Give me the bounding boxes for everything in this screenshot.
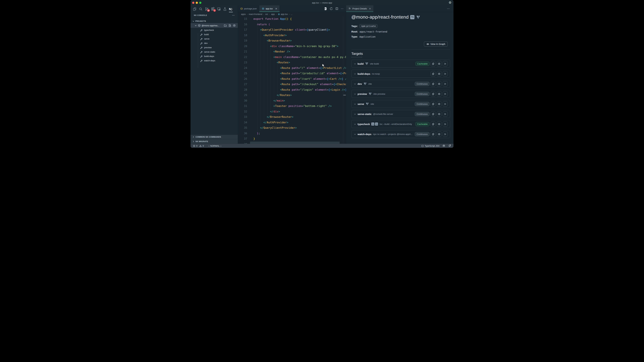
target-badge: Continuous xyxy=(415,132,430,136)
maximize-window-button[interactable] xyxy=(199,2,202,4)
target-tool-icon: TSTS xyxy=(371,122,378,125)
chevron-down-icon[interactable] xyxy=(354,113,356,115)
tree-item-watch-deps[interactable]: watch-deps xyxy=(190,58,238,63)
copilot-icon[interactable] xyxy=(442,144,446,147)
tab-project-details[interactable]: Project Details ✕ xyxy=(346,5,373,12)
breadcrumb-item--[interactable]: ... xyxy=(291,13,292,15)
extensions-badge: 1 xyxy=(213,9,216,12)
run-target-icon[interactable] xyxy=(443,101,448,107)
run-target-icon[interactable] xyxy=(443,61,448,66)
tree-item-preview[interactable]: preview xyxy=(190,45,238,50)
explorer-icon[interactable] xyxy=(192,6,197,12)
code-line-29: 29 </Routes> xyxy=(238,92,346,98)
section-nx-migrate[interactable]: NX MIGRATE xyxy=(190,139,238,144)
chevron-down-icon[interactable] xyxy=(354,73,356,75)
copy-icon[interactable] xyxy=(431,101,436,107)
copy-icon[interactable] xyxy=(431,61,436,66)
open-config-icon[interactable] xyxy=(228,24,231,27)
copy-icon[interactable] xyxy=(431,71,436,76)
tree-item-dev[interactable]: dev xyxy=(190,41,238,45)
settings-gear-icon[interactable]: ⚙ xyxy=(448,1,452,4)
copy-icon[interactable] xyxy=(431,121,436,127)
tab-app-tsx[interactable]: app.tsx ✕ xyxy=(259,5,280,12)
breadcrumb-item-apps[interactable]: apps xyxy=(241,13,246,15)
chevron-down-icon[interactable] xyxy=(354,103,356,105)
wrench-icon xyxy=(200,46,203,49)
view-output-icon[interactable] xyxy=(437,101,442,107)
run-target-icon[interactable] xyxy=(443,91,448,96)
view-output-icon[interactable] xyxy=(437,81,442,86)
tree-item-serve[interactable]: serve xyxy=(190,36,238,41)
breadcrumb-item-react-frontend[interactable]: react-frontend xyxy=(249,13,262,15)
more-actions-icon[interactable]: ⋯ xyxy=(341,7,344,10)
run-target-icon[interactable] xyxy=(443,121,448,127)
panel-more-icon[interactable]: ⋯ xyxy=(447,7,454,10)
notifications-bell-icon[interactable] xyxy=(448,144,451,147)
tree-section-projects[interactable]: PROJECTS xyxy=(190,19,238,23)
minimize-window-button[interactable] xyxy=(196,2,198,4)
breadcrumb-item-src[interactable]: src xyxy=(265,13,268,15)
window-title: app.tsx — mono-app xyxy=(190,1,454,4)
tree-item-build-deps[interactable]: build-deps xyxy=(190,54,238,58)
tree-item-serve-static[interactable]: serve-static xyxy=(190,50,238,54)
problems-indicator[interactable]: 0 0 xyxy=(193,145,204,147)
code-line-25: 25 <Route path="/products/:id" element={… xyxy=(238,71,346,76)
target-tool-icon xyxy=(366,102,369,106)
section-common-nx-commands[interactable]: COMMON NX COMMANDS xyxy=(190,135,238,139)
run-target-icon[interactable] xyxy=(443,81,448,86)
close-window-button[interactable] xyxy=(192,2,194,4)
copy-icon[interactable] xyxy=(431,91,436,96)
editor-group[interactable]: {} package.json app.tsx ✕ ⋯ xyxy=(238,5,346,144)
copy-icon[interactable] xyxy=(431,111,436,117)
eye-icon xyxy=(426,43,429,45)
view-output-icon[interactable] xyxy=(437,91,442,96)
testing-beaker-icon[interactable] xyxy=(222,6,227,12)
code-line-17: 17 <QueryClientProvider client={queryCli… xyxy=(238,27,346,33)
run-target-icon[interactable] xyxy=(443,71,448,76)
folder-icon[interactable] xyxy=(224,24,227,27)
view-graph-icon[interactable] xyxy=(233,24,236,27)
view-output-icon[interactable] xyxy=(437,111,442,117)
close-panel-icon[interactable]: ✕ xyxy=(369,7,371,10)
code-line-28: 28 <Route path="/login" element={<Login … xyxy=(238,87,346,93)
breadcrumb-item-app[interactable]: app xyxy=(271,13,275,15)
view-output-icon[interactable] xyxy=(437,71,442,76)
close-tab-icon[interactable]: ✕ xyxy=(275,7,277,10)
nx-project-details-icon[interactable] xyxy=(324,7,327,11)
language-mode[interactable]: {} TypeScript JSX xyxy=(421,145,440,147)
copy-icon[interactable] xyxy=(431,81,436,86)
code-line-37: 37} xyxy=(238,136,346,142)
tree-item-typecheck[interactable]: typecheck xyxy=(190,28,238,32)
wrench-icon xyxy=(200,50,203,53)
run-target-icon[interactable] xyxy=(443,131,448,137)
split-editor-icon[interactable] xyxy=(335,7,338,10)
search-icon[interactable] xyxy=(198,6,203,12)
view-output-icon[interactable] xyxy=(437,121,442,127)
typescript-badge: TS xyxy=(410,15,414,19)
remote-explorer-icon[interactable] xyxy=(216,6,221,12)
code-line-22: 22 <main className="container mx-auto px… xyxy=(238,54,346,60)
source-control-icon[interactable]: 32 xyxy=(204,6,209,12)
chevron-down-icon[interactable] xyxy=(354,133,356,135)
tree-item-project[interactable]: @mono-app/rea... xyxy=(190,23,238,28)
chevron-down-icon[interactable] xyxy=(354,123,356,125)
project-label: @mono-app/rea... xyxy=(202,24,219,27)
run-target-icon[interactable] xyxy=(443,111,448,117)
breadcrumb-item-app-tsx[interactable]: app.tsx xyxy=(278,13,288,15)
chevron-down-icon[interactable] xyxy=(354,83,356,85)
view-output-icon[interactable] xyxy=(437,131,442,137)
chevron-down-icon[interactable] xyxy=(354,63,356,65)
chevron-down-icon[interactable] xyxy=(354,93,356,95)
code-editor[interactable]: 15export function App() {16 return (17 <… xyxy=(238,16,346,144)
copy-icon[interactable] xyxy=(431,131,436,137)
extensions-icon[interactable]: 1 xyxy=(210,6,215,12)
nx-console-icon[interactable]: N⟩ xyxy=(228,6,233,12)
svg-text:N: N xyxy=(229,7,231,11)
view-in-graph-button[interactable]: View In Graph xyxy=(424,41,448,46)
view-output-icon[interactable] xyxy=(437,61,442,66)
refresh-icon[interactable] xyxy=(330,7,333,10)
tab-package-json[interactable]: {} package.json xyxy=(238,5,259,12)
tree-item-build[interactable]: build xyxy=(190,32,238,36)
sidebar-more-icon[interactable]: ⋯ xyxy=(232,14,235,17)
target-command: vite xyxy=(368,83,372,85)
